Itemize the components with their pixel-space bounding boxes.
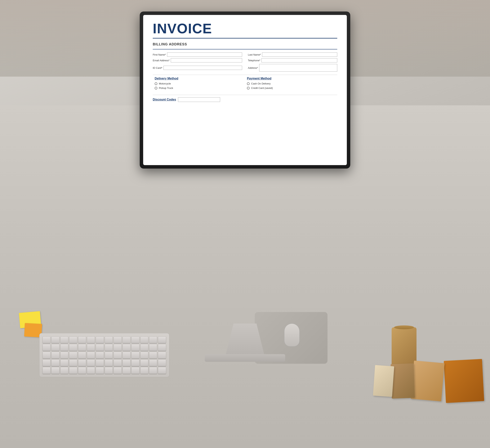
key [122,336,131,343]
key [114,359,122,366]
first-name-input[interactable] [167,53,242,57]
key [114,344,122,351]
key [60,336,68,343]
motorcycle-option[interactable]: Motorcycle [155,82,243,85]
key [87,359,95,366]
key [69,336,77,343]
key [60,352,68,358]
swatches-area [389,352,485,410]
key [43,336,51,343]
discount-section: Discount Codes [153,95,337,102]
key [78,359,86,366]
credit-card-radio[interactable] [247,87,250,90]
key [78,336,86,343]
key [114,367,122,374]
key [51,344,59,351]
key [87,352,95,358]
key [158,367,166,374]
pickup-truck-label: Pickup Truck [159,87,173,90]
id-card-label: ID Card* [153,66,162,69]
cash-on-delivery-label: Cash On Delivery [251,82,271,85]
pickup-truck-option[interactable]: Pickup Truck [155,87,243,90]
key [140,367,148,374]
key [114,352,122,358]
last-name-row: Last Name* [248,53,337,57]
key [43,352,51,358]
monitor: INVOICE BILLING ADDRESS First Name* Last… [140,11,350,169]
key [78,344,86,351]
key [51,367,59,374]
address-row: Address* [248,64,337,72]
key [105,336,113,343]
credit-card-option[interactable]: Credit Card (saved) [247,87,335,90]
key [43,359,51,366]
key [158,336,166,343]
credit-card-label: Credit Card (saved) [251,87,273,90]
key [43,367,51,374]
motorcycle-radio[interactable] [155,82,157,85]
monitor-bezel: INVOICE BILLING ADDRESS First Name* Last… [143,15,347,165]
key [87,344,95,351]
key [51,359,59,366]
key [60,367,68,374]
telephone-row: Telephone* [248,58,337,63]
discount-input[interactable] [178,97,220,102]
key [140,336,148,343]
key [122,352,131,358]
key [158,359,166,366]
key [105,344,113,351]
id-card-row: ID Card* [153,64,242,72]
key [96,359,104,366]
key [131,352,139,358]
email-label: Email Address* [153,59,170,62]
id-card-input[interactable] [164,66,242,70]
cash-on-delivery-option[interactable]: Cash On Delivery [247,82,335,85]
first-name-row: First Name* [153,53,242,57]
key [131,367,139,374]
key [96,336,104,343]
key [51,352,59,358]
key [122,367,131,374]
key [60,359,68,366]
screen: INVOICE BILLING ADDRESS First Name* Last… [143,15,347,165]
billing-divider [153,49,337,49]
key [158,352,166,358]
invoice-form: INVOICE BILLING ADDRESS First Name* Last… [143,15,347,165]
telephone-input[interactable] [262,58,337,63]
email-row: Email Address* [153,58,242,63]
key [140,344,148,351]
address-label: Address* [248,66,258,69]
methods-section: Delivery Method Motorcycle Pickup Truck … [153,75,337,91]
mouse [284,323,299,347]
delivery-method-title: Delivery Method [155,77,243,80]
invoice-divider [153,38,337,38]
key [122,359,131,366]
key [140,352,148,358]
payment-method-col: Payment Method Cash On Delivery Credit C… [245,77,337,91]
key [96,352,104,358]
last-name-input[interactable] [262,53,337,57]
key [149,336,157,343]
key [69,367,77,374]
email-input[interactable] [171,58,242,63]
billing-section-title: BILLING ADDRESS [153,42,337,46]
key [114,336,122,343]
address-input[interactable] [259,64,337,72]
first-name-label: First Name* [153,53,166,56]
key [69,352,77,358]
pickup-truck-radio[interactable] [155,87,157,90]
cash-on-delivery-radio[interactable] [247,82,250,85]
key [131,336,139,343]
swatch-tan [411,360,445,401]
form-fields-grid: First Name* Last Name* Email Address* [153,53,337,72]
key [131,359,139,366]
key [69,359,77,366]
swatch-orange [444,359,484,403]
key [51,336,59,343]
key [149,359,157,366]
key [122,344,131,351]
key [87,367,95,374]
key [149,344,157,351]
key [87,336,95,343]
discount-title: Discount Codes [153,98,176,101]
